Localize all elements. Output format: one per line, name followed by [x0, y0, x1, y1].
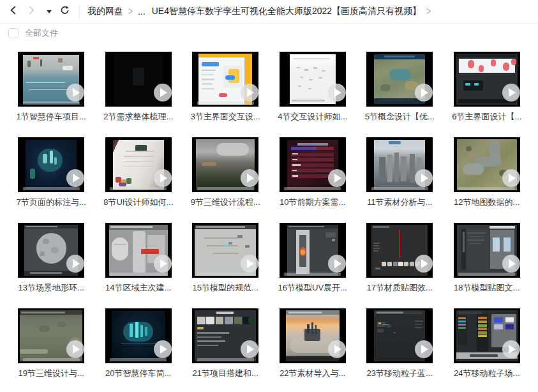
file-name[interactable]: 1节智慧停车项目... [9, 111, 93, 123]
play-icon[interactable] [66, 255, 84, 273]
video-thumbnail[interactable] [192, 52, 258, 107]
file-card[interactable]: 8节UI设计师如何... [95, 137, 183, 208]
play-icon[interactable] [328, 255, 346, 273]
video-thumbnail[interactable] [454, 308, 520, 363]
file-name[interactable]: 10节前期方案需... [271, 197, 355, 208]
play-icon[interactable] [66, 84, 84, 102]
play-icon[interactable] [154, 255, 172, 273]
file-name[interactable]: 7节页面的标注与... [9, 197, 93, 208]
video-thumbnail[interactable] [18, 137, 84, 192]
file-name[interactable]: 11节素材分析与... [357, 197, 442, 208]
video-thumbnail[interactable] [105, 223, 172, 278]
video-thumbnail[interactable] [280, 52, 346, 107]
video-thumbnail[interactable] [192, 137, 258, 192]
file-name[interactable]: 21节项目搭建和... [183, 368, 267, 379]
file-card[interactable]: 17节材质贴图效... [356, 223, 444, 294]
file-card[interactable]: 20节智慧停车简... [95, 308, 183, 379]
file-name[interactable]: 2节需求整体梳理... [96, 111, 181, 123]
forward-button[interactable] [24, 4, 38, 19]
video-thumbnail[interactable] [366, 52, 433, 107]
play-icon[interactable] [328, 340, 346, 358]
play-icon[interactable] [502, 340, 520, 358]
file-card[interactable]: 3节主界面交互设... [182, 52, 269, 123]
breadcrumb-current-folder[interactable]: UE4智慧停车数字孪生可视化全能大师版2022【画质高清只有视频】 [152, 6, 421, 17]
file-name[interactable]: 22节素材导入与... [271, 368, 355, 379]
play-icon[interactable] [415, 84, 433, 102]
play-icon[interactable] [328, 169, 346, 187]
video-thumbnail[interactable] [280, 137, 346, 192]
file-name[interactable]: 15节模型的规范... [183, 282, 267, 294]
play-icon[interactable] [502, 169, 520, 187]
file-card[interactable]: 1节智慧停车项目... [8, 52, 95, 123]
file-card[interactable]: 4节交互设计师如... [269, 52, 357, 123]
play-icon[interactable] [328, 84, 346, 102]
play-icon[interactable] [502, 84, 520, 102]
play-icon[interactable] [415, 169, 433, 187]
video-thumbnail[interactable] [105, 308, 172, 363]
file-name[interactable]: 5节概念设计【优... [357, 111, 442, 123]
file-card[interactable]: 7节页面的标注与... [8, 137, 95, 208]
select-all-checkbox[interactable] [8, 28, 19, 38]
file-name[interactable]: 12节地图数据的... [445, 197, 529, 208]
file-card[interactable]: 14节区域主次建... [95, 223, 183, 294]
file-name[interactable]: 23节移动粒子蓝... [357, 368, 442, 379]
history-dropdown-button[interactable] [42, 4, 56, 19]
file-card[interactable]: 15节模型的规范... [182, 223, 269, 294]
play-icon[interactable] [241, 84, 258, 102]
file-card[interactable]: 21节项目搭建和... [182, 308, 269, 379]
file-name[interactable]: 17节材质贴图效... [357, 282, 442, 294]
file-name[interactable]: 4节交互设计师如... [271, 111, 355, 123]
breadcrumb-root[interactable]: 我的网盘 [87, 6, 123, 17]
play-icon[interactable] [66, 169, 84, 187]
breadcrumb-collapsed[interactable]: ... [138, 6, 146, 17]
video-thumbnail[interactable] [280, 308, 346, 363]
file-card[interactable]: 13节场景地形环... [8, 223, 95, 294]
play-icon[interactable] [241, 169, 258, 187]
file-card[interactable]: 12节地图数据的... [444, 137, 531, 208]
video-thumbnail[interactable] [192, 308, 258, 363]
file-card[interactable]: 24节移动粒子场... [444, 308, 531, 379]
play-icon[interactable] [154, 340, 172, 358]
file-card[interactable]: 6节主界面设计【... [444, 52, 531, 123]
video-thumbnail[interactable] [454, 223, 520, 278]
file-name[interactable]: 24节移动粒子场... [445, 368, 529, 379]
play-icon[interactable] [502, 255, 520, 273]
play-icon[interactable] [415, 340, 433, 358]
video-thumbnail[interactable] [454, 52, 520, 107]
file-card[interactable]: 10节前期方案需... [269, 137, 357, 208]
video-thumbnail[interactable] [366, 308, 433, 363]
file-name[interactable]: 13节场景地形环... [9, 282, 93, 294]
file-name[interactable]: 9节三维设计流程... [183, 197, 267, 208]
file-name[interactable]: 8节UI设计师如何... [96, 197, 181, 208]
video-thumbnail[interactable] [105, 137, 172, 192]
file-name[interactable]: 16节模型UV展开... [271, 282, 355, 294]
play-icon[interactable] [154, 169, 172, 187]
file-card[interactable]: 23节移动粒子蓝... [356, 308, 444, 379]
file-name[interactable]: 6节主界面设计【... [445, 111, 529, 123]
video-thumbnail[interactable] [454, 137, 520, 192]
video-thumbnail[interactable] [18, 52, 84, 107]
file-card[interactable]: 19节三维设计与... [8, 308, 95, 379]
file-name[interactable]: 20节智慧停车简... [96, 368, 181, 379]
video-thumbnail[interactable] [18, 223, 84, 278]
file-card[interactable]: 5节概念设计【优... [356, 52, 444, 123]
file-name[interactable]: 18节模型贴图文... [445, 282, 529, 294]
file-card[interactable]: 2节需求整体梳理... [95, 52, 183, 123]
file-card[interactable]: 16节模型UV展开... [269, 223, 357, 294]
video-thumbnail[interactable] [18, 308, 84, 363]
back-button[interactable] [6, 4, 20, 19]
video-thumbnail[interactable] [192, 223, 258, 278]
file-card[interactable]: 9节三维设计流程... [182, 137, 269, 208]
file-name[interactable]: 3节主界面交互设... [183, 111, 267, 123]
play-icon[interactable] [415, 255, 433, 273]
video-thumbnail[interactable] [366, 137, 433, 192]
file-card[interactable]: 11节素材分析与... [356, 137, 444, 208]
file-card[interactable]: 22节素材导入与... [269, 308, 357, 379]
play-icon[interactable] [154, 84, 172, 102]
video-thumbnail[interactable] [366, 223, 433, 278]
file-name[interactable]: 14节区域主次建... [96, 282, 181, 294]
video-thumbnail[interactable] [105, 52, 172, 107]
refresh-button[interactable] [57, 4, 71, 19]
video-thumbnail[interactable] [280, 223, 346, 278]
file-card[interactable]: 18节模型贴图文... [444, 223, 531, 294]
